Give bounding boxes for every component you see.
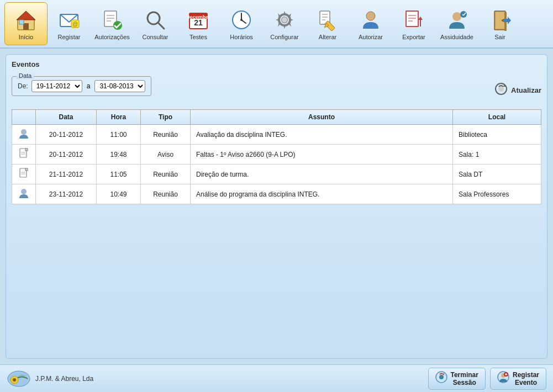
gear-icon (272, 7, 297, 33)
toolbar-item-sair[interactable]: Sair (478, 2, 522, 45)
table-row[interactable]: 20-11-201211:00ReuniãoAvaliação da disci… (12, 125, 541, 145)
row-icon-cell (12, 165, 36, 184)
toolbar-label-exportar: Exportar (402, 34, 425, 40)
row-data: 21-11-2012 (36, 165, 97, 184)
row-assunto: Análise do programa da disciplina INTEG. (191, 184, 453, 204)
row-local: Sala Professores (453, 184, 541, 204)
col-header-data: Data (36, 110, 97, 125)
from-label: De: (18, 82, 28, 90)
toolbar-item-configurar[interactable]: Configurar (263, 2, 306, 45)
toolbar-item-exportar[interactable]: Exportar (392, 2, 435, 45)
row-hora: 11:05 (97, 165, 141, 184)
toolbar-item-assiduidade[interactable]: Assiduidade (435, 2, 478, 45)
row-local: Sala: 1 (453, 145, 541, 165)
toolbar-item-autorizacoes[interactable]: Autorizações (91, 2, 134, 45)
row-assunto: Direção de turma. (191, 165, 453, 184)
row-icon-cell (12, 184, 36, 204)
footer-buttons: Terminar Sessão Registar Evento (428, 368, 547, 390)
eventos-panel: Eventos Data De: 19-11-2012 a 31-08-2013 (6, 54, 547, 359)
refresh-button[interactable]: Atualizar (494, 82, 541, 98)
footer-logo (7, 369, 31, 389)
events-table: Data Hora Tipo Assunto Local 20-11-20121… (12, 109, 541, 204)
to-date-select[interactable]: 31-08-2013 (94, 80, 145, 92)
row-hora: 10:49 (97, 184, 141, 204)
table-row[interactable]: 21-11-201211:05ReuniãoDireção de turma.S… (12, 165, 541, 184)
toolbar-label-autorizar: Autorizar (359, 34, 383, 40)
svg-point-40 (452, 12, 461, 21)
main-content: Eventos Data De: 19-11-2012 a 31-08-2013 (0, 49, 553, 364)
row-data: 20-11-2012 (36, 125, 97, 145)
row-local: Sala DT (453, 165, 541, 184)
col-header-hora: Hora (97, 110, 141, 125)
svg-point-52 (21, 129, 27, 135)
toolbar: Início @ Registar Autorizações (0, 0, 553, 49)
col-header-tipo: Tipo (141, 110, 191, 125)
export-icon (401, 7, 426, 33)
terminar-label: Terminar Sessão (451, 371, 478, 386)
toolbar-item-autorizar[interactable]: Autorizar (349, 2, 392, 45)
svg-rect-58 (25, 168, 28, 171)
footer-brand: J.P.M. & Abreu, Lda (7, 369, 93, 389)
refresh-icon (494, 82, 508, 98)
toolbar-item-consultar[interactable]: Consultar (134, 2, 177, 45)
svg-rect-3 (19, 20, 24, 24)
row-icon-cell (12, 145, 36, 165)
attendance-icon (444, 7, 470, 33)
date-legend: Data (17, 72, 34, 79)
col-header-assunto: Assunto (191, 110, 453, 125)
toolbar-item-registar[interactable]: @ Registar (48, 2, 91, 45)
row-hora: 19:48 (97, 145, 141, 165)
toolbar-item-alterar[interactable]: Alterar (306, 2, 349, 45)
doc-row-icon (18, 147, 30, 160)
svg-point-41 (460, 11, 467, 18)
person-row-icon (18, 187, 30, 199)
toolbar-label-alterar: Alterar (319, 34, 336, 40)
from-date-select[interactable]: 19-11-2012 (31, 80, 82, 92)
svg-point-32 (366, 12, 375, 20)
row-data: 23-11-2012 (36, 184, 97, 204)
footer: J.P.M. & Abreu, Lda Terminar Sessão (0, 364, 553, 392)
row-tipo: Aviso (141, 145, 191, 165)
registar-evento-button[interactable]: Registar Evento (490, 368, 546, 390)
email-icon: @ (56, 7, 82, 33)
row-tipo: Reunião (141, 125, 191, 145)
terminar-icon (435, 371, 447, 386)
person-icon (358, 7, 383, 33)
svg-point-67 (439, 375, 444, 379)
toolbar-label-sair: Sair (494, 34, 505, 40)
col-header-icon (12, 110, 36, 125)
doc-row-icon (18, 167, 30, 179)
row-hora: 11:00 (97, 125, 141, 145)
calendar-icon: December 21 (186, 7, 211, 33)
toolbar-label-autorizacoes: Autorizações (94, 34, 130, 40)
registar-evento-icon (497, 371, 509, 386)
row-icon-cell (12, 125, 36, 145)
row-assunto: Faltas - 1º Aviso a2660 (9-A LPO) (191, 145, 453, 165)
toolbar-item-horarios[interactable]: Horários (220, 2, 263, 45)
clock-icon (229, 7, 254, 33)
toolbar-label-registar: Registar (58, 34, 81, 40)
toolbar-item-inicio[interactable]: Início (4, 2, 48, 45)
svg-rect-54 (25, 149, 28, 151)
terminar-sessao-button[interactable]: Terminar Sessão (428, 368, 486, 390)
svg-line-13 (158, 23, 164, 29)
table-row[interactable]: 23-11-201210:49ReuniãoAnálise do program… (12, 184, 541, 204)
toolbar-label-configurar: Configurar (270, 34, 298, 40)
brand-name: J.P.M. & Abreu, Lda (35, 375, 93, 383)
date-separator: a (87, 82, 91, 90)
date-filter: Data De: 19-11-2012 a 31-08-2013 (12, 76, 151, 96)
pencil-icon (315, 7, 340, 33)
panel-title: Eventos (12, 60, 541, 68)
row-assunto: Avaliação da disciplina INTEG. (191, 125, 453, 145)
toolbar-item-testes[interactable]: December 21 Testes (177, 2, 220, 45)
svg-marker-1 (17, 11, 35, 20)
svg-point-64 (13, 378, 16, 382)
table-row[interactable]: 20-11-201219:48AvisoFaltas - 1º Aviso a2… (12, 145, 541, 165)
toolbar-label-inicio: Início (19, 34, 33, 40)
row-data: 20-11-2012 (36, 145, 97, 165)
check-icon (99, 7, 125, 33)
search-icon (143, 7, 168, 33)
svg-text:21: 21 (194, 18, 203, 27)
door-icon (487, 7, 513, 33)
row-tipo: Reunião (141, 184, 191, 204)
